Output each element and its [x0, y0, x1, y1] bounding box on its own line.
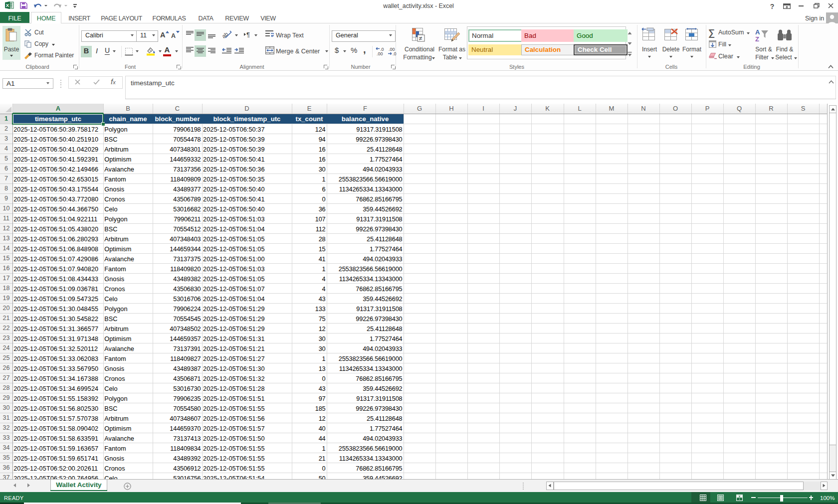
- svg-text:≠: ≠: [419, 35, 422, 42]
- svg-text:.00: .00: [377, 51, 383, 56]
- svg-text:¶: ¶: [246, 31, 250, 38]
- svg-text:X: X: [6, 2, 9, 8]
- svg-text:.0: .0: [393, 51, 397, 56]
- svg-text:A: A: [755, 28, 760, 36]
- svg-text:Z: Z: [755, 35, 759, 43]
